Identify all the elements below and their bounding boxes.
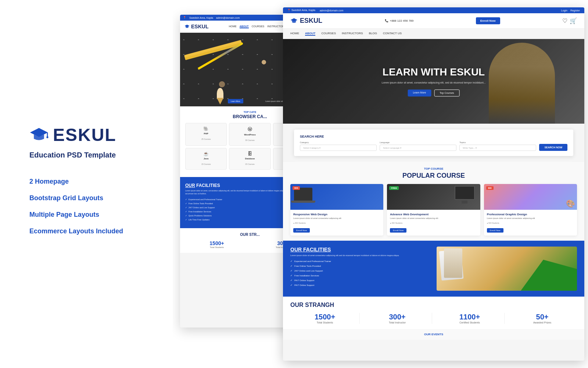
- course-btn-2[interactable]: Enroll Now: [390, 228, 406, 233]
- rss-students-label: Total Students: [290, 321, 359, 324]
- svg-rect-1: [47, 132, 48, 137]
- course-img-1: $55: [290, 184, 383, 210]
- ss-email: admin@domain.com: [216, 17, 240, 19]
- screenshot-right: 📍 Swedish Area, Kapta admin@domain.com L…: [283, 7, 584, 361]
- rss-logo: ESKUL: [290, 17, 322, 25]
- left-panel: ESKUL Education PSD Template 2 Homepage …: [0, 0, 173, 368]
- course-body-1: Responsive Web Design Lorem ipsum dolor …: [290, 210, 383, 236]
- course-btn-3[interactable]: Enroll Now: [487, 228, 503, 233]
- rss-hero-title: LEARN WITH ESKUL: [382, 66, 486, 78]
- rss-nav-courses[interactable]: COURSES: [321, 32, 336, 36]
- logo-area: ESKUL: [29, 125, 173, 145]
- rss-courses-btn[interactable]: Top Courses: [434, 89, 459, 96]
- rss-strength: OUR STRANGH 1500+ Total Students 300+ To…: [283, 297, 584, 329]
- feature-2: Bootstrap Grid Layouts: [29, 194, 173, 203]
- feature-1: 2 Homepage: [29, 177, 173, 186]
- ss-nav-about[interactable]: ABOUT: [240, 25, 249, 28]
- course-desc-2: Lorem ipsum dolor sit amet consectetur a…: [390, 217, 477, 220]
- rss-fac-title: OUR FACILITIES: [290, 247, 431, 252]
- rss-str-certified: 1100+ Certified Students: [435, 313, 505, 324]
- course-students-2: ● 400 Students: [390, 222, 477, 224]
- course-desc-1: Lorem ipsum dolor sit amet consectetur a…: [293, 217, 380, 220]
- category-select[interactable]: Select Category ▾: [300, 145, 377, 151]
- rss-fac-item-1: Experienced and Professional Trainer: [290, 260, 431, 263]
- php-icon: 🐘: [187, 126, 225, 131]
- course-btn-1[interactable]: Enroll Now: [293, 228, 310, 233]
- rss-awards-label: Awarded Prizes: [508, 321, 577, 324]
- rss-icons: ♡ 🛒: [562, 17, 577, 24]
- rss-str-grid: 1500+ Total Students 300+ Total Instruct…: [290, 313, 577, 324]
- rss-instructors-label: Total Instructor: [363, 321, 432, 324]
- course-body-2: Advance Web Development Lorem ipsum dolo…: [387, 210, 480, 236]
- ss-location: Swedish Area, Kapta: [189, 17, 213, 19]
- rss-navbar: ESKUL 📞 +888 122 456 789 Enroll Now ♡ 🛒: [283, 13, 584, 29]
- course-badge-2: FREE: [389, 186, 399, 190]
- svg-marker-0: [30, 128, 48, 137]
- course-card-1: $55 Responsive Web Design Lorem ipsum do…: [290, 184, 383, 236]
- rss-fac-item-6: PA/7 Online Support: [290, 284, 431, 287]
- rss-str-students: 1500+ Total Students: [290, 313, 360, 324]
- cart-icon[interactable]: 🛒: [570, 17, 577, 24]
- rss-phone: +888 122 456 789: [390, 19, 414, 22]
- rss-facilities: OUR FACILITIES Lorem ipsum dolor sit ame…: [283, 241, 584, 297]
- students-num: 1500+: [185, 240, 248, 246]
- rss-enroll-btn[interactable]: Enroll Now: [476, 17, 500, 24]
- feature-3: Multiple Page Layouts: [29, 210, 173, 219]
- rss-topbar-left: 📍 Swedish Area, Kapta admin@domain.com: [287, 9, 343, 12]
- rss-learn-btn[interactable]: Learn More: [408, 89, 431, 96]
- rss-brand: ESKUL: [300, 17, 322, 25]
- rss-nav-home[interactable]: HOME: [290, 32, 299, 36]
- course-badge-1: $55: [293, 186, 300, 190]
- rss-nav-contact[interactable]: CONTACT US: [383, 32, 402, 36]
- heart-icon[interactable]: ♡: [562, 17, 567, 24]
- features-list: 2 Homepage Bootstrap Grid Layouts Multip…: [29, 177, 173, 244]
- screenshots-container: 📍 Swedish Area, Kapta admin@domain.com E…: [173, 0, 588, 368]
- topics-label: Topics: [459, 141, 536, 144]
- course-students-1: ● 300 Students: [293, 222, 380, 224]
- rss-login[interactable]: Login: [561, 9, 567, 12]
- rss-field-language: Language Select Language ▾: [380, 141, 456, 151]
- rss-register[interactable]: Register: [570, 9, 580, 12]
- cat-php[interactable]: 🐘 PHP 25 Courses: [185, 123, 227, 146]
- rss-events-label: OUR EVENTS: [290, 333, 577, 336]
- rss-certified-num: 1100+: [435, 313, 504, 321]
- rss-str-instructors: 300+ Total Instructor: [363, 313, 432, 324]
- ss-nav-courses[interactable]: COURSES: [252, 25, 265, 28]
- rss-nav-about[interactable]: ABOUT: [305, 32, 315, 36]
- language-select[interactable]: Select Language ▾: [380, 145, 456, 151]
- rss-nav-instructors[interactable]: INSTRUCTORS: [342, 32, 363, 36]
- topics-select[interactable]: Write Type... ▾: [459, 145, 536, 151]
- ss-logo: ESKUL: [184, 24, 208, 29]
- rss-email: admin@domain.com: [320, 9, 343, 12]
- cat-java[interactable]: ☕ Java 15 Courses: [185, 148, 227, 170]
- rss-fac-image: [437, 247, 577, 291]
- course-card-3: 🎨 $99 Professional Graphic Design Lorem …: [484, 184, 577, 236]
- wordpress-icon: Ⓦ: [231, 126, 269, 132]
- course-name-1: Responsive Web Design: [293, 213, 380, 216]
- svg-marker-3: [184, 25, 189, 27]
- rss-contact: 📞 +888 122 456 789: [385, 19, 414, 22]
- rss-hero-btns: Learn More Top Courses: [382, 89, 486, 96]
- category-label: Category: [300, 141, 377, 144]
- rss-fac-item-3: 24/7 Online and Live Support: [290, 269, 431, 272]
- ss-str-students: 1500+ Total Students: [185, 240, 248, 248]
- learn-more-btn[interactable]: Learn More: [228, 99, 243, 103]
- rss-fac-item-2: Free Online Tools Provided: [290, 265, 431, 268]
- icecream-decoration: [217, 88, 223, 99]
- phone-icon: 📞: [385, 19, 388, 22]
- course-students-3: ● 500 Students: [487, 222, 574, 224]
- cat-database[interactable]: 🗄 Database 20 Courses: [229, 148, 270, 170]
- course-body-3: Professional Graphic Design Lorem ipsum …: [484, 210, 577, 236]
- rss-fac-desc: Lorem ipsum dolor sit amet consectetur a…: [290, 254, 431, 257]
- course-badge-3: $99: [486, 186, 494, 190]
- book-decoration: [444, 248, 462, 278]
- cat-wordpress[interactable]: Ⓦ WordPress 30 Courses: [229, 123, 270, 146]
- rss-pop-title: POPULAR COURSE: [290, 172, 577, 180]
- rss-search-btn[interactable]: SEARCH NOW: [539, 144, 567, 151]
- rss-certified-label: Certified Students: [435, 321, 504, 324]
- rss-topbar: 📍 Swedish Area, Kapta admin@domain.com L…: [283, 7, 584, 13]
- ss-nav-home[interactable]: HOME: [229, 25, 237, 28]
- database-icon: 🗄: [231, 151, 269, 156]
- rss-nav-blog[interactable]: BLOG: [369, 32, 377, 36]
- course-img-2: FREE: [387, 184, 480, 210]
